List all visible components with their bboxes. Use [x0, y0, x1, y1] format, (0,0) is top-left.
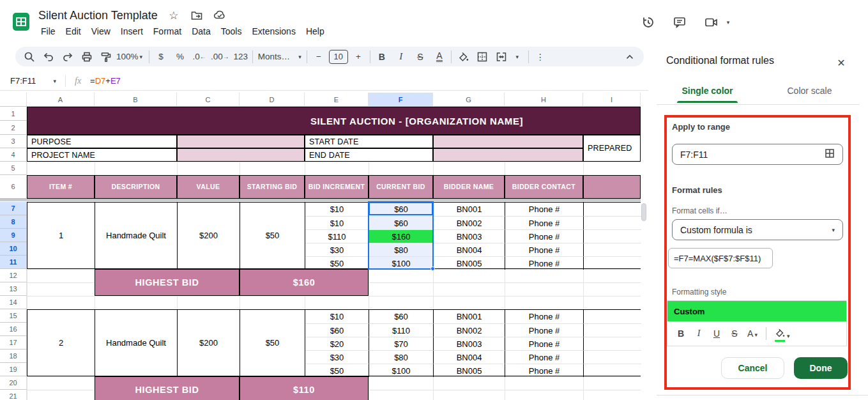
cell-B20-highest-bid-label[interactable]: HIGHEST BID [95, 376, 240, 400]
header-cell-C6[interactable]: VALUE [177, 175, 240, 199]
row-header-8[interactable]: 8 [0, 215, 27, 229]
tab-single-color[interactable]: Single color [677, 86, 738, 96]
cell-G7[interactable]: BN001 [434, 203, 505, 216]
row-header-19[interactable]: 19 [0, 363, 27, 376]
col-header-G[interactable]: G [433, 93, 505, 107]
move-folder-icon[interactable] [190, 8, 204, 22]
number-format-button[interactable]: 123 [233, 49, 248, 65]
row-header-18[interactable]: 18 [0, 350, 27, 363]
formula-input[interactable]: =D7+E7 [90, 76, 121, 86]
menu-help[interactable]: Help [301, 24, 330, 38]
header-cell-E6[interactable]: BID INCREMENT [305, 175, 369, 199]
cell-E16[interactable]: $60 [305, 323, 369, 337]
col-header-H[interactable]: H [505, 93, 583, 107]
cell-D20-highest-bid-value[interactable]: $110 [240, 376, 369, 400]
strikethrough-button[interactable]: S [413, 49, 428, 65]
doc-title[interactable]: Silent Auction Template [38, 9, 158, 22]
row-header-6[interactable]: 6 [0, 175, 27, 199]
increase-font-size-button[interactable]: + [351, 49, 366, 65]
font-size-input[interactable]: 10 [329, 50, 348, 64]
cell-B15:B19-description[interactable]: Handmade Quilt [95, 310, 178, 376]
print-icon[interactable] [79, 49, 95, 65]
menu-file[interactable]: File [36, 24, 61, 38]
menu-extensions[interactable]: Extensions [247, 24, 300, 38]
cell-E11[interactable]: $50 [305, 256, 369, 270]
comments-icon[interactable] [671, 14, 688, 31]
done-button[interactable]: Done [794, 357, 848, 379]
zoom-control[interactable]: 100%▾ [114, 49, 145, 65]
cell-F9[interactable]: $160 [369, 229, 434, 243]
col-header-A[interactable]: A [27, 93, 95, 107]
col-header-E[interactable]: E [305, 93, 369, 107]
bold-button[interactable]: B [374, 49, 390, 65]
style-underline-button[interactable]: U [711, 328, 722, 339]
tab-color-scale[interactable]: Color scale [779, 86, 840, 96]
cell-C7:C11-value[interactable]: $200 [178, 203, 240, 268]
cell-D12-highest-bid-value[interactable]: $160 [240, 269, 369, 296]
cell-A3-purpose[interactable]: PURPOSE [27, 135, 177, 148]
cell-H9[interactable]: Phone # [505, 229, 584, 243]
row-header-16[interactable]: 16 [0, 323, 27, 336]
format-currency-button[interactable]: $ [153, 49, 169, 65]
more-toolbar-button[interactable]: ⋮ [533, 49, 548, 65]
cell-E7[interactable]: $10 [305, 203, 369, 216]
cell-H15[interactable]: Phone # [505, 310, 584, 323]
cell-I16[interactable] [584, 323, 641, 337]
row-header-17[interactable]: 17 [0, 336, 27, 350]
style-bold-button[interactable]: B [675, 328, 687, 339]
row-header-7[interactable]: 7 [0, 202, 27, 215]
row-header-21[interactable]: 21 [0, 390, 27, 400]
cell-F17[interactable]: $70 [369, 337, 434, 350]
cell-G9[interactable]: BN003 [434, 229, 505, 243]
select-all-corner[interactable] [0, 93, 27, 107]
header-cell-I6[interactable] [583, 175, 641, 199]
cell-G8[interactable]: BN002 [434, 216, 505, 229]
col-header-F[interactable]: F [369, 93, 433, 107]
apply-range-input[interactable]: F7:F11 [672, 144, 843, 165]
cell-H10[interactable]: Phone # [505, 243, 584, 256]
redo-icon[interactable] [60, 49, 75, 65]
row-header-11[interactable]: 11 [0, 256, 27, 269]
menu-data[interactable]: Data [187, 24, 216, 38]
format-percent-button[interactable]: % [172, 49, 188, 65]
col-header-B[interactable]: B [95, 93, 177, 107]
merge-caret-icon[interactable]: ▾ [509, 49, 524, 65]
version-history-icon[interactable] [640, 14, 657, 31]
cell-I11[interactable] [584, 256, 641, 270]
menu-insert[interactable]: Insert [116, 24, 148, 38]
header-cell-B6[interactable]: DESCRIPTION [95, 175, 177, 199]
row-header-15[interactable]: 15 [0, 309, 27, 323]
banner-title-cell[interactable]: SILENT AUCTION - [ORGANIZATION NAME] [27, 107, 641, 135]
cell-C4-input[interactable] [177, 148, 305, 162]
cell-E9[interactable]: $110 [305, 229, 369, 243]
cell-G11[interactable]: BN005 [434, 256, 505, 270]
cell-I17[interactable] [584, 337, 641, 350]
menu-view[interactable]: View [86, 24, 116, 38]
cell-H7[interactable]: Phone # [505, 203, 584, 216]
frozen-row-divider[interactable] [0, 199, 641, 201]
cell-H17[interactable]: Phone # [505, 337, 584, 350]
cell-I19[interactable] [584, 364, 641, 377]
cell-I9[interactable] [584, 229, 641, 243]
cell-G16[interactable]: BN002 [434, 323, 505, 337]
header-cell-D6[interactable]: STARTING BID [240, 175, 305, 199]
cell-F18[interactable]: $80 [369, 350, 434, 364]
col-header-D[interactable]: D [240, 93, 305, 107]
cancel-button[interactable]: Cancel [721, 357, 784, 379]
cloud-status-icon[interactable] [213, 8, 227, 22]
cell-I3-prepared[interactable]: PREPARED [583, 135, 641, 162]
cell-G10[interactable]: BN004 [434, 243, 505, 256]
select-range-icon[interactable] [825, 148, 835, 160]
row-header-3[interactable]: 3 [0, 135, 27, 148]
cell-F7[interactable]: $60 [369, 203, 434, 216]
cell-I8[interactable] [584, 216, 641, 229]
cell-E15[interactable]: $10 [305, 310, 369, 323]
menu-edit[interactable]: Edit [61, 24, 86, 38]
row-header-4[interactable]: 4 [0, 148, 27, 162]
cell-A15:A19-item-number[interactable]: 2 [27, 310, 95, 376]
cell-D7:D11-starting-bid[interactable]: $50 [240, 203, 305, 268]
cell-E17[interactable]: $20 [305, 337, 369, 350]
meet-camera-icon[interactable] [703, 14, 720, 31]
close-icon[interactable]: ✕ [834, 55, 849, 70]
meet-caret-icon[interactable]: ▾ [722, 14, 733, 31]
